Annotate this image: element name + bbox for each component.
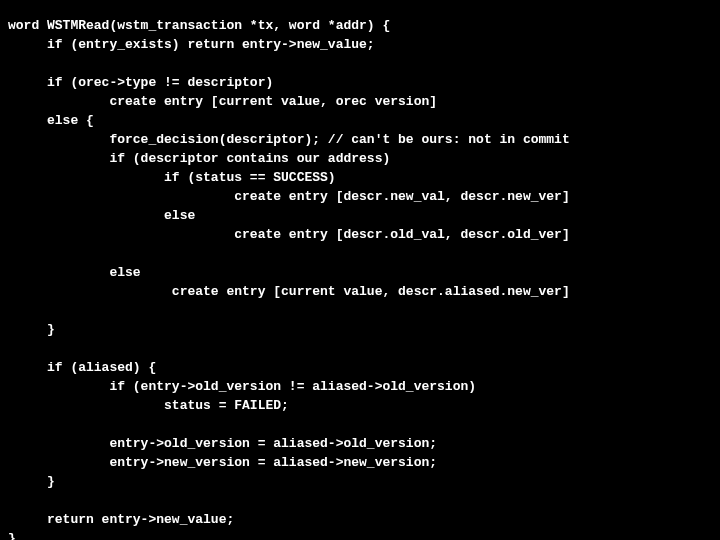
code-block: word WSTMRead(wstm_transaction *tx, word… [0, 0, 720, 540]
